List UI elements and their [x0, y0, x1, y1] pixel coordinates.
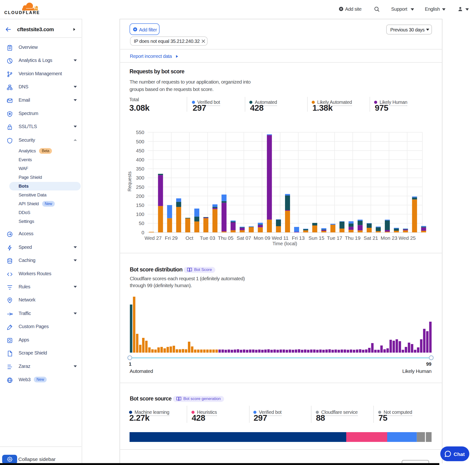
- svg-text:Fri 13: Fri 13: [292, 235, 305, 241]
- svg-text:Tue 17: Tue 17: [327, 235, 342, 241]
- svg-text:0: 0: [141, 230, 144, 235]
- svg-text:Wed 25: Wed 25: [399, 235, 416, 241]
- svg-text:100: 100: [136, 211, 144, 217]
- svg-text:150: 150: [136, 202, 144, 208]
- svg-text:550: 550: [136, 129, 144, 135]
- svg-text:Oct: Oct: [186, 235, 193, 241]
- svg-text:Wed 11: Wed 11: [272, 235, 288, 241]
- svg-text:Thu 05: Thu 05: [218, 235, 233, 241]
- svg-text:400: 400: [136, 157, 144, 162]
- svg-text:50: 50: [139, 221, 144, 226]
- svg-text:450: 450: [136, 148, 144, 153]
- svg-text:Sat 21: Sat 21: [364, 235, 378, 241]
- svg-text:Sat 07: Sat 07: [237, 235, 251, 241]
- svg-text:Time (local): Time (local): [272, 241, 297, 246]
- svg-text:500: 500: [136, 139, 144, 144]
- svg-text:Fri 29: Fri 29: [165, 235, 178, 241]
- svg-text:300: 300: [136, 175, 144, 180]
- svg-text:200: 200: [136, 193, 144, 199]
- svg-text:Wed 27: Wed 27: [145, 235, 162, 241]
- svg-text:Thu 19: Thu 19: [345, 235, 360, 241]
- svg-text:Mon 23: Mon 23: [381, 235, 397, 241]
- svg-text:Tue 03: Tue 03: [200, 235, 215, 241]
- svg-text:Sun 15: Sun 15: [309, 235, 325, 241]
- svg-text:350: 350: [136, 166, 144, 171]
- svg-text:250: 250: [136, 184, 144, 190]
- svg-text:Requests: Requests: [127, 171, 132, 192]
- svg-text:Mon 09: Mon 09: [254, 235, 270, 241]
